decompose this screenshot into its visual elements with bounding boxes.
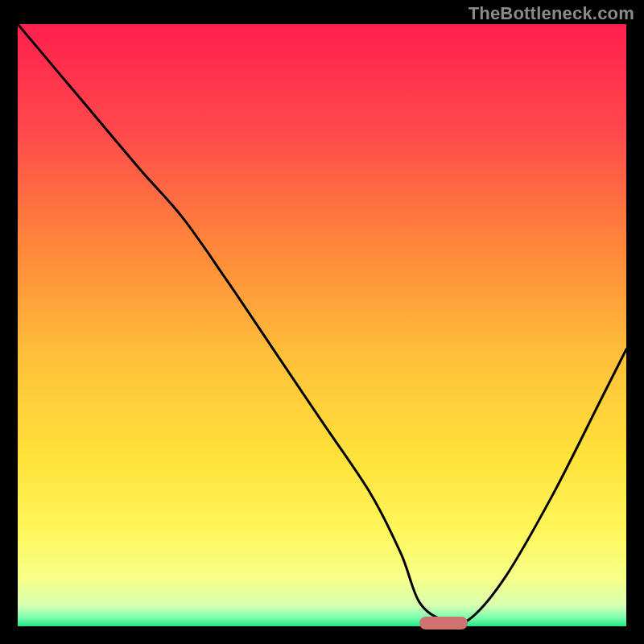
chart-area — [16, 23, 628, 628]
optimal-range-marker — [419, 617, 468, 630]
plot-inner — [18, 24, 626, 626]
gradient-background — [18, 24, 626, 626]
svg-rect-0 — [18, 24, 626, 626]
watermark-text: TheBottleneck.com — [469, 3, 634, 24]
